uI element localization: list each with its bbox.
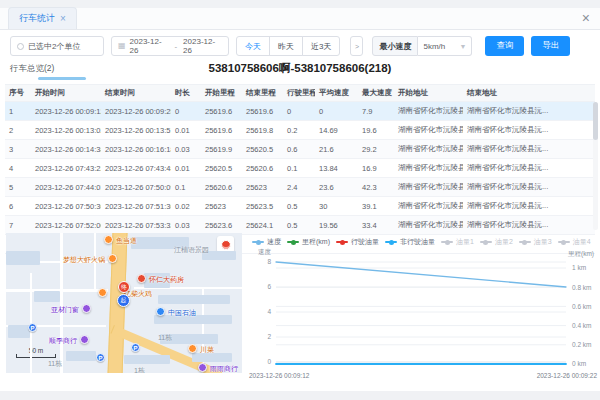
- legend-line-icon: [252, 241, 264, 243]
- last3days-button[interactable]: 近3天: [302, 36, 340, 56]
- map-parking-icon[interactable]: P: [96, 353, 105, 362]
- trips-table: 序号开始时间结束时间时长开始里程结束里程行驶里程平均速度最大速度开始地址结束地址…: [5, 84, 595, 254]
- unit-select[interactable]: 已选中2个单位: [10, 36, 104, 56]
- table-cell: 2023-12-26 07:53:32: [101, 216, 171, 235]
- table-cell: 0.5: [283, 197, 315, 216]
- table-cell: 25623: [201, 197, 242, 216]
- app-window: 行车统计 × × 已选中2个单位 ▦ 2023-12-26 - 2023-12-…: [0, 0, 600, 400]
- map-poi-label: 雨雨商行: [210, 364, 238, 373]
- active-tab-indicator: [38, 77, 86, 80]
- svg-text:0: 0: [267, 358, 271, 365]
- map-parking-icon[interactable]: P: [131, 343, 140, 352]
- table-row[interactable]: 42023-12-26 07:43:222023-12-26 07:43:480…: [5, 159, 595, 178]
- quick-range-group: 今天 昨天 近3天: [236, 36, 340, 56]
- map-poi-label: 怀仁大药房: [149, 275, 184, 285]
- table-cell: 25619.6: [201, 121, 242, 140]
- tab-strip: 行车统计 × ×: [0, 8, 600, 30]
- legend-label: 非行驶油量: [400, 237, 435, 247]
- table-cell: 湖南省怀化市沅陵县沅...: [394, 216, 463, 235]
- trip-end-marker[interactable]: 终: [118, 281, 130, 293]
- bottom-panels: 50 m 江楠语景园11栋11栋1栋鱼当道梦想大虾火锅怀仁大药房亿柴火鸡亚材门窗…: [6, 233, 598, 390]
- table-cell: 湖南省怀化市沅陵县沅...: [463, 216, 595, 235]
- date-end: 2023-12-26: [183, 37, 222, 55]
- map-poi-marker[interactable]: [82, 304, 91, 313]
- legend-item[interactable]: 速度: [252, 237, 281, 247]
- table-cell: 3: [5, 140, 31, 159]
- search-button[interactable]: 查询: [485, 36, 524, 56]
- column-header: 开始时间: [31, 85, 101, 102]
- legend-item[interactable]: 油量3: [519, 237, 552, 247]
- export-button[interactable]: 导出: [531, 36, 570, 56]
- yesterday-button[interactable]: 昨天: [269, 36, 303, 56]
- legend-dot-icon: [561, 240, 566, 245]
- table-cell: 7.9: [358, 102, 394, 121]
- svg-text:0.8 km: 0.8 km: [572, 284, 592, 291]
- table-cell: 2023-12-26 00:13:02: [31, 121, 101, 140]
- scale-line: [16, 354, 56, 358]
- table-row[interactable]: 52023-12-26 07:44:032023-12-26 07:50:090…: [5, 178, 595, 197]
- table-cell: 0: [171, 102, 201, 121]
- table-cell: 25620.5: [201, 159, 242, 178]
- line-chart: 024680 km0.2 km0.4 km0.6 km0.8 km1 km202…: [248, 258, 598, 384]
- today-button[interactable]: 今天: [236, 36, 270, 56]
- panorama-icon: [221, 240, 231, 250]
- table-scrollbar[interactable]: [593, 102, 598, 230]
- table-row[interactable]: 62023-12-26 07:50:302023-12-26 07:51:300…: [5, 197, 595, 216]
- table-row[interactable]: 22023-12-26 00:13:022023-12-26 00:13:510…: [5, 121, 595, 140]
- table-cell: 湖南省怀化市沅陵县沅...: [394, 197, 463, 216]
- window-close-icon[interactable]: ×: [582, 10, 590, 26]
- table-cell: 2.4: [283, 178, 315, 197]
- column-header: 最大速度: [358, 85, 394, 102]
- radio-icon: [17, 43, 24, 50]
- legend-item[interactable]: 油量4: [558, 237, 591, 247]
- right-axis-title: 里程(km): [568, 250, 594, 259]
- min-speed-value: 5km/h: [423, 42, 445, 51]
- table-cell: 2023-12-26 07:44:03: [31, 178, 101, 197]
- legend-dot-icon: [256, 240, 261, 245]
- column-header: 开始地址: [394, 85, 463, 102]
- map-poi-marker[interactable]: [156, 307, 165, 316]
- table-cell: 2023-12-26 07:50:30: [31, 197, 101, 216]
- table-cell: 6: [5, 197, 31, 216]
- min-speed-select[interactable]: 5km/h ▼: [418, 36, 472, 56]
- map-poi-label: 亚材门窗: [51, 305, 79, 315]
- table-cell: 0: [315, 102, 358, 121]
- table-cell: 25619.9: [201, 140, 242, 159]
- map-poi-marker[interactable]: [188, 344, 197, 353]
- legend-item[interactable]: 油量2: [480, 237, 513, 247]
- map-text-label: 江楠语景园: [174, 245, 209, 255]
- legend-item[interactable]: 油量1: [441, 237, 474, 247]
- svg-text:0.4 km: 0.4 km: [572, 322, 592, 329]
- table-cell: 0.1: [283, 159, 315, 178]
- unit-select-value: 已选中2个单位: [28, 41, 80, 52]
- more-ranges-button[interactable]: >: [350, 36, 363, 56]
- trip-start-marker[interactable]: 起: [117, 294, 130, 307]
- legend-item[interactable]: 非行驶油量: [385, 237, 435, 247]
- map-parking-icon[interactable]: P: [28, 323, 37, 332]
- map-poi-label: 梦想大虾火锅: [63, 255, 105, 265]
- map-poi-marker[interactable]: [108, 254, 117, 263]
- chart-panel: 速度里程(km)行驶油量非行驶油量油量1油量2油量3油量4 速度 里程(km) …: [248, 233, 598, 390]
- map-poi-marker[interactable]: [198, 363, 207, 372]
- table-cell: 4: [5, 159, 31, 178]
- map-panel[interactable]: 50 m 江楠语景园11栋11栋1栋鱼当道梦想大虾火锅怀仁大药房亿柴火鸡亚材门窗…: [6, 233, 242, 373]
- trips-table-wrap: 序号开始时间结束时间时长开始里程结束里程行驶里程平均速度最大速度开始地址结束地址…: [5, 84, 595, 254]
- scrollbar-thumb[interactable]: [593, 102, 598, 140]
- date-range-picker[interactable]: ▦ 2023-12-26 - 2023-12-26: [111, 36, 229, 56]
- legend-item[interactable]: 行驶油量: [336, 237, 379, 247]
- map-poi-marker[interactable]: [137, 274, 146, 283]
- table-row[interactable]: 32023-12-26 00:14:382023-12-26 00:16:180…: [5, 140, 595, 159]
- map-poi-label: 鱼当道: [116, 236, 137, 246]
- table-row[interactable]: 12023-12-26 00:09:122023-12-26 00:09:250…: [5, 102, 595, 121]
- map-text-label: 11栋: [158, 333, 172, 343]
- legend-item[interactable]: 里程(km): [287, 237, 330, 247]
- tab-close-icon[interactable]: ×: [60, 14, 66, 24]
- map-poi-marker[interactable]: [98, 288, 107, 297]
- tab-driving-statistics[interactable]: 行车统计 ×: [8, 7, 77, 29]
- legend-label: 行驶油量: [351, 237, 379, 247]
- table-cell: 湖南省怀化市沅陵县沅...: [463, 197, 595, 216]
- table-row[interactable]: 72023-12-26 07:52:002023-12-26 07:53:320…: [5, 216, 595, 235]
- map-poi-marker[interactable]: [104, 235, 113, 244]
- legend-line-icon: [519, 241, 531, 243]
- map-poi-marker[interactable]: [80, 335, 89, 344]
